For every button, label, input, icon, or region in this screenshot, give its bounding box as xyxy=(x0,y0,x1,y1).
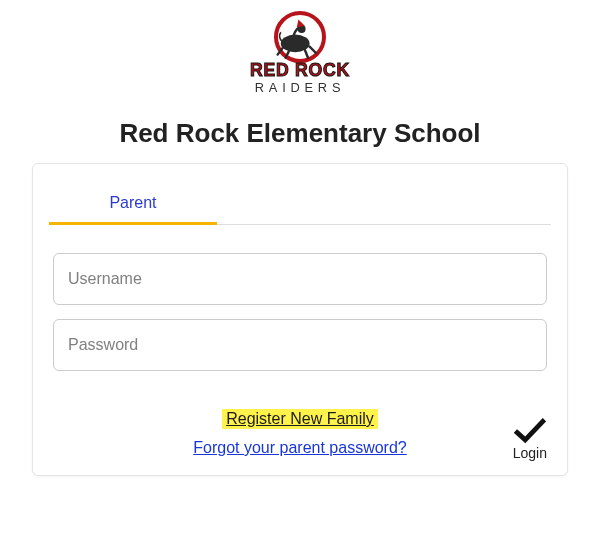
svg-text:RED ROCK: RED ROCK xyxy=(250,60,350,80)
svg-text:RAIDERS: RAIDERS xyxy=(255,80,346,95)
page-title: Red Rock Elementary School xyxy=(119,118,480,149)
login-label: Login xyxy=(513,445,547,461)
links-row: Register New Family Forgot your parent p… xyxy=(33,395,567,475)
tab-parent[interactable]: Parent xyxy=(49,174,217,224)
forgot-password-link[interactable]: Forgot your parent password? xyxy=(193,439,406,457)
school-logo: RED ROCK RAIDERS xyxy=(220,8,380,98)
center-links: Register New Family Forgot your parent p… xyxy=(193,409,406,457)
tab-underline xyxy=(49,222,217,225)
checkmark-icon xyxy=(514,417,546,445)
password-field[interactable] xyxy=(53,319,547,371)
register-new-family-link[interactable]: Register New Family xyxy=(222,409,378,429)
raiders-logo-icon: RED ROCK RAIDERS xyxy=(220,8,380,98)
username-field[interactable] xyxy=(53,253,547,305)
login-card: Parent Register New Family Forgot your p… xyxy=(32,163,568,476)
login-button[interactable]: Login xyxy=(513,417,547,461)
tab-bar: Parent xyxy=(49,174,551,225)
login-form xyxy=(33,225,567,395)
